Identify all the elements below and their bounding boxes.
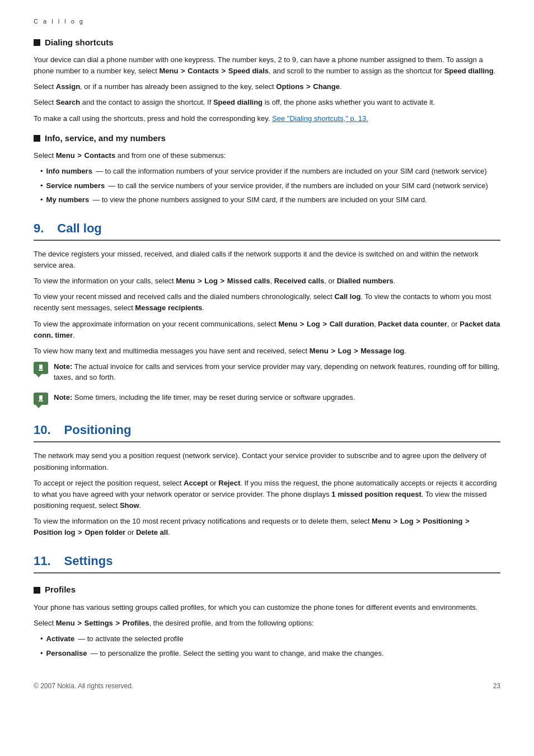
- chapter-9-header: 9. Call log: [34, 219, 500, 241]
- svg-rect-1: [39, 370, 43, 371]
- my-numbers-label: My numbers: [46, 194, 90, 206]
- svg-rect-0: [39, 365, 43, 369]
- list-item-my-numbers: My numbers — to view the phone numbers a…: [40, 194, 500, 206]
- note-icon-2: [34, 393, 48, 405]
- ds-paragraph-4: To make a call using the shortcuts, pres…: [34, 113, 500, 124]
- note-icon-1: [34, 362, 48, 374]
- profiles-p2: Select Menu > Settings > Profiles, the d…: [34, 618, 500, 629]
- chapter-9-title: Call log: [57, 219, 101, 237]
- info-numbers-list: Info numbers — to call the information n…: [40, 166, 500, 206]
- chapter-10-title: Positioning: [64, 421, 132, 439]
- chapter-9-number: 9.: [34, 219, 44, 237]
- list-item-service-numbers: Service numbers — to call the service nu…: [40, 180, 500, 192]
- chapter-10-number: 10.: [34, 421, 51, 439]
- info-numbers-intro: Select Menu > Contacts and from one of t…: [34, 150, 500, 161]
- square-icon-2: [34, 135, 40, 142]
- section-profiles: Profiles Your phone has various setting …: [34, 584, 500, 659]
- dialing-shortcuts-title: Dialing shortcuts: [45, 36, 114, 49]
- info-numbers-label: Info numbers: [46, 166, 92, 177]
- calllog-p2: To view the information on your calls, s…: [34, 276, 500, 287]
- pos-p2: To accept or reject the position request…: [34, 478, 500, 511]
- square-icon: [34, 39, 40, 46]
- note-block-1: Note: The actual invoice for calls and s…: [34, 361, 500, 388]
- square-icon-3: [34, 587, 40, 594]
- dialing-shortcuts-link[interactable]: See "Dialing shortcuts," p. 13.: [272, 114, 368, 123]
- service-numbers-label: Service numbers: [46, 180, 105, 192]
- list-item-activate: Activate — to activate the selected prof…: [40, 633, 500, 645]
- info-numbers-title: Info, service, and my numbers: [45, 132, 166, 145]
- dialing-shortcuts-heading: Dialing shortcuts: [34, 36, 500, 49]
- chapter-10-content: The network may send you a position requ…: [34, 450, 500, 538]
- list-item-info-numbers: Info numbers — to call the information n…: [40, 166, 500, 177]
- profiles-list: Activate — to activate the selected prof…: [40, 633, 500, 659]
- chapter-11-number: 11.: [34, 552, 51, 570]
- chapter-positioning: 10. Positioning The network may send you…: [34, 421, 500, 538]
- ds-paragraph-1: Your device can dial a phone number with…: [34, 54, 500, 77]
- chapter-11-header: 11. Settings: [34, 552, 500, 573]
- chapter-11-content: Profiles Your phone has various setting …: [34, 584, 500, 659]
- section-info-numbers: Info, service, and my numbers Select Men…: [34, 132, 500, 206]
- note-block-2: Note: Some timers, including the life ti…: [34, 392, 500, 408]
- chapter-9-content: The device registers your missed, receiv…: [34, 249, 500, 408]
- profiles-heading: Profiles: [34, 584, 500, 596]
- page-header: C a l l l o g: [34, 17, 500, 26]
- personalise-label: Personalise: [46, 648, 87, 659]
- calllog-p5: To view how many text and multimedia mes…: [34, 346, 500, 357]
- chapter-10-header: 10. Positioning: [34, 421, 500, 442]
- section-dialing-shortcuts: Dialing shortcuts Your device can dial a…: [34, 36, 500, 124]
- chapter-call-log: 9. Call log The device registers your mi…: [34, 219, 500, 408]
- profiles-p1: Your phone has various setting groups ca…: [34, 602, 500, 613]
- calllog-p1: The device registers your missed, receiv…: [34, 249, 500, 271]
- note-2-text: Note: Some timers, including the life ti…: [54, 392, 355, 403]
- chapter-11-title: Settings: [64, 552, 113, 570]
- list-item-personalise: Personalise — to personalize the profile…: [40, 648, 500, 659]
- page-footer: © 2007 Nokia. All rights reserved. 23: [34, 681, 500, 691]
- info-numbers-heading: Info, service, and my numbers: [34, 132, 500, 145]
- chapter-settings: 11. Settings Profiles Your phone has var…: [34, 552, 500, 659]
- note-1-text: Note: The actual invoice for calls and s…: [54, 361, 500, 383]
- calllog-p4: To view the approximate information on y…: [34, 319, 500, 341]
- calllog-p3: To view your recent missed and received …: [34, 291, 500, 314]
- page-number: 23: [493, 681, 500, 691]
- pos-p3: To view the information on the 10 most r…: [34, 516, 500, 538]
- svg-rect-2: [39, 395, 43, 400]
- pos-p1: The network may send you a position requ…: [34, 450, 500, 473]
- svg-rect-3: [39, 400, 43, 402]
- copyright: © 2007 Nokia. All rights reserved.: [34, 681, 133, 691]
- activate-label: Activate: [46, 633, 75, 645]
- ds-paragraph-2: Select Assign, or if a number has alread…: [34, 81, 500, 92]
- ds-paragraph-3: Select Search and the contact to assign …: [34, 97, 500, 108]
- profiles-title: Profiles: [45, 584, 76, 596]
